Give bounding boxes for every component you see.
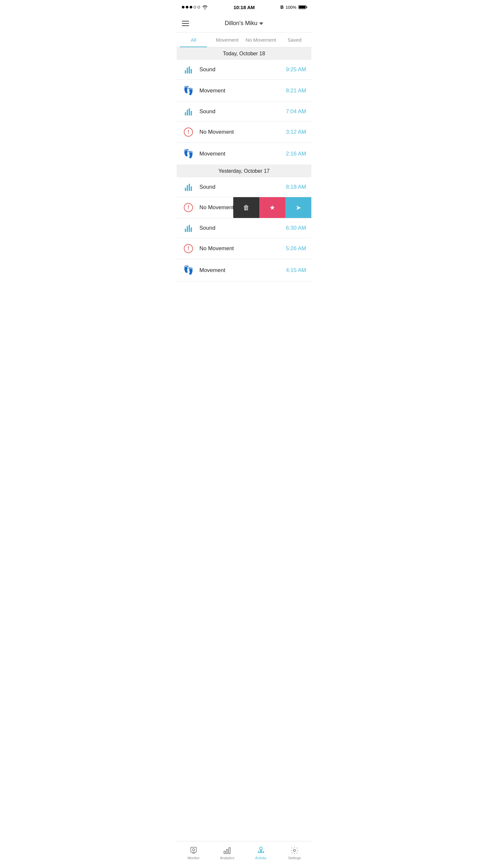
signal-dot-4 <box>193 6 196 8</box>
list-item[interactable]: Sound 9:25 AM <box>177 60 311 80</box>
delete-action-button[interactable]: 🗑 <box>233 197 259 218</box>
battery-percent: 100% <box>286 5 296 10</box>
list-item[interactable]: Sound 8:18 AM <box>177 177 311 197</box>
content-area: Today, October 18 Sound 9:25 AM 👣 Moveme… <box>177 48 311 308</box>
tab-saved[interactable]: Saved <box>278 33 312 47</box>
battery-fill <box>299 6 305 8</box>
sound-icon <box>182 66 195 73</box>
footprint-icon: 👣 <box>182 86 195 96</box>
signal-area <box>182 5 208 9</box>
status-bar: 10:18 AM B 100% <box>177 0 311 14</box>
bluetooth-icon: B <box>280 5 284 10</box>
signal-dot-2 <box>186 6 188 8</box>
alert-icon: ! <box>182 127 195 137</box>
swipe-actions: 🗑 ★ ➤ <box>233 197 311 218</box>
tab-movement[interactable]: Movement <box>211 33 244 47</box>
save-action-button[interactable]: ★ <box>259 197 285 218</box>
star-icon: ★ <box>269 204 275 212</box>
section-header-today: Today, October 18 <box>177 48 311 60</box>
trash-icon: 🗑 <box>243 204 249 212</box>
menu-line-2 <box>182 23 189 24</box>
list-item[interactable]: ! No Movement 5:26 AM <box>177 238 311 259</box>
list-item[interactable]: Sound 6:30 AM <box>177 218 311 238</box>
footprint-icon: 👣 <box>182 149 195 159</box>
sound-icon <box>182 224 195 232</box>
battery-icon <box>298 5 306 9</box>
sound-icon <box>182 183 195 191</box>
device-title[interactable]: Dillon's Miku <box>225 20 263 27</box>
device-name: Dillon's Miku <box>225 20 257 27</box>
list-item-swipe[interactable]: ! No Movement 🗑 ★ ➤ <box>177 197 311 218</box>
signal-dots <box>182 6 200 8</box>
wifi-icon <box>202 5 208 9</box>
filter-tabs: All Movement No Movement Saved <box>177 33 311 48</box>
list-item[interactable]: 👣 Movement 8:21 AM <box>177 80 311 102</box>
list-item[interactable]: Sound 7:04 AM <box>177 102 311 122</box>
sound-icon <box>182 108 195 116</box>
signal-dot-5 <box>197 6 200 8</box>
header: Dillon's Miku <box>177 14 311 33</box>
share-action-button[interactable]: ➤ <box>285 197 311 218</box>
dropdown-arrow-icon <box>259 23 263 25</box>
menu-line-1 <box>182 21 189 22</box>
share-icon: ➤ <box>296 204 301 212</box>
status-time: 10:18 AM <box>234 5 255 10</box>
alert-icon: ! <box>182 203 195 212</box>
signal-dot-1 <box>182 6 184 8</box>
alert-icon: ! <box>182 244 195 253</box>
menu-button[interactable] <box>182 21 189 26</box>
signal-dot-3 <box>190 6 192 8</box>
menu-line-3 <box>182 25 189 26</box>
status-right: B 100% <box>280 5 306 10</box>
section-header-yesterday: Yesterday, October 17 <box>177 165 311 177</box>
footprint-icon: 👣 <box>182 265 195 275</box>
list-item[interactable]: 👣 Movement 2:16 AM <box>177 143 311 165</box>
tab-all[interactable]: All <box>177 33 211 47</box>
list-item[interactable]: 👣 Movement 4:15 AM <box>177 259 311 281</box>
list-item[interactable]: ! No Movement 3:12 AM <box>177 122 311 143</box>
tab-no-movement[interactable]: No Movement <box>244 33 278 47</box>
